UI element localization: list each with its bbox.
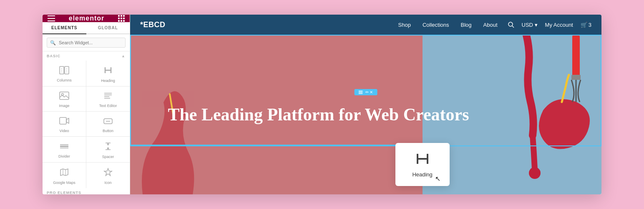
columns-icon [59, 66, 69, 76]
button-icon [103, 117, 113, 126]
hero-content: The Leading Platform for Web Creators [168, 104, 469, 125]
elementor-logo: elementor [69, 15, 104, 22]
svg-point-25 [508, 22, 513, 26]
tab-elements[interactable]: ELEMENTS [43, 22, 86, 34]
heading-label: Heading [101, 79, 115, 83]
floating-widget-label: Heading [412, 171, 432, 178]
svg-point-28 [529, 167, 541, 179]
widget-icon[interactable]: Icon [86, 163, 130, 188]
edit-bar [130, 145, 423, 146]
chevron-down-icon: ▲ [121, 54, 126, 58]
cursor-icon: ↖ [435, 175, 440, 183]
image-label: Image [59, 104, 69, 108]
widget-columns[interactable]: Columns [43, 61, 86, 86]
svg-rect-32 [359, 92, 363, 93]
widget-heading[interactable]: Heading [86, 61, 130, 86]
spacer-icon [103, 142, 113, 152]
widget-divider[interactable]: Divider [43, 137, 86, 162]
pro-elements-label: PRO ELEMENTS [43, 188, 130, 194]
search-input[interactable] [47, 38, 126, 48]
website-navbar: *EBCD Shop Collections Blog About USD ▾ … [130, 15, 601, 35]
hero-title: The Leading Platform for Web Creators [168, 104, 469, 125]
spacer-label: Spacer [102, 155, 114, 159]
svg-rect-30 [571, 75, 581, 80]
columns-label: Columns [57, 78, 72, 82]
image-icon [59, 92, 69, 101]
icon-label: Icon [104, 181, 111, 185]
nav-currency[interactable]: USD ▾ [522, 22, 538, 28]
svg-rect-13 [60, 117, 66, 124]
svg-rect-31 [359, 91, 363, 92]
nav-link-collections[interactable]: Collections [423, 22, 449, 28]
editor-container: elementor ELEMENTS GLOBAL 🔍 BASIC ▲ [43, 15, 601, 194]
nav-actions: USD ▾ My Account 🛒 3 [508, 21, 592, 28]
nav-brand: *EBCD [140, 20, 166, 29]
widget-button[interactable]: Button [86, 112, 130, 136]
widget-spacer[interactable]: Spacer [86, 137, 130, 162]
flower-decoration [130, 77, 214, 194]
floating-heading-widget[interactable]: Heading ↖ [395, 143, 450, 186]
right-decoration [493, 35, 601, 194]
divider-icon [59, 142, 69, 152]
nav-links: Shop Collections Blog About [398, 22, 498, 28]
heading-icon [103, 66, 113, 76]
video-icon [59, 117, 69, 126]
widget-text-editor[interactable]: Text Editor [86, 87, 130, 111]
nav-account[interactable]: My Account [545, 22, 573, 28]
elementor-sidebar: elementor ELEMENTS GLOBAL 🔍 BASIC ▲ [43, 15, 130, 194]
svg-rect-29 [572, 35, 580, 77]
sidebar-tabs: ELEMENTS GLOBAL [43, 22, 130, 34]
star-icon [103, 168, 113, 178]
nav-cart[interactable]: 🛒 3 [581, 22, 591, 28]
tab-global[interactable]: GLOBAL [86, 22, 130, 33]
heading-widget-icon [415, 151, 430, 168]
nav-link-about[interactable]: About [483, 22, 498, 28]
divider-label: Divider [58, 154, 70, 158]
svg-rect-33 [359, 93, 363, 94]
sidebar-header: elementor [43, 15, 130, 22]
svg-rect-7 [60, 92, 69, 99]
button-label: Button [103, 129, 113, 133]
map-icon [60, 168, 69, 178]
search-icon: 🔍 [50, 40, 56, 46]
hamburger-menu[interactable] [48, 15, 55, 21]
widget-video[interactable]: Video [43, 112, 86, 136]
section-basic-label: BASIC ▲ [43, 51, 130, 61]
widget-image[interactable]: Image [43, 87, 86, 111]
widget-google-maps[interactable]: Google Maps [43, 163, 86, 188]
grid-icon[interactable] [118, 15, 125, 22]
website-preview: *EBCD Shop Collections Blog About USD ▾ … [130, 15, 601, 194]
edit-handle[interactable]: ✏ ✕ [355, 89, 377, 95]
google-maps-label: Google Maps [53, 181, 75, 185]
widget-search-container: 🔍 [43, 34, 130, 51]
svg-line-26 [512, 26, 514, 28]
nav-link-shop[interactable]: Shop [398, 22, 411, 28]
text-editor-label: Text Editor [99, 104, 117, 108]
nav-search[interactable] [508, 21, 514, 28]
edit-label: ✏ ✕ [365, 90, 373, 94]
video-label: Video [60, 129, 69, 133]
nav-link-blog[interactable]: Blog [460, 22, 471, 28]
widgets-grid: Columns Heading [43, 61, 130, 188]
text-editor-icon [103, 92, 113, 101]
hero-section: ✏ ✕ The Leading Platform for Web Creator… [130, 35, 601, 194]
